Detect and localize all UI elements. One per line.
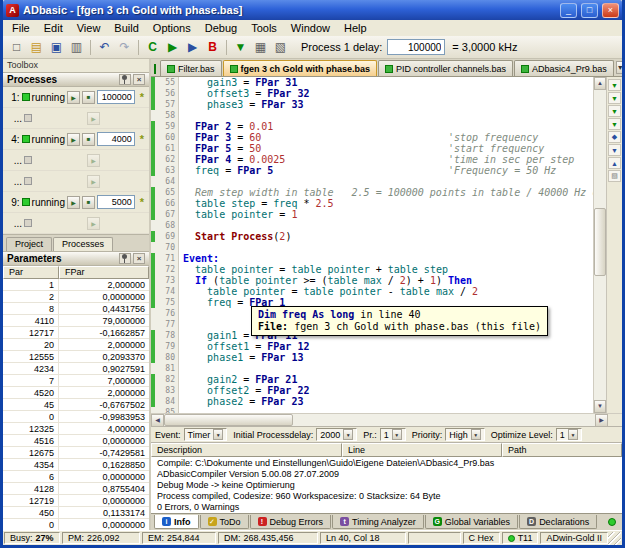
compile-icon[interactable]: C bbox=[143, 38, 162, 56]
menu-item-tools[interactable]: Tools bbox=[244, 21, 284, 35]
process-start-button[interactable]: ▶ bbox=[67, 91, 80, 104]
column-header-path[interactable]: Path bbox=[502, 443, 622, 457]
parameter-row[interactable]: 12717-0,1662857 bbox=[3, 327, 149, 339]
process-start-button[interactable]: ▶ bbox=[67, 196, 80, 209]
comment-block-icon[interactable]: ▧ bbox=[608, 170, 621, 182]
parameter-row[interactable]: 45202,000000 bbox=[3, 387, 149, 399]
menu-item-help[interactable]: Help bbox=[337, 21, 374, 35]
code-line[interactable]: 82 gain2 = FPar_21 bbox=[151, 374, 593, 385]
save-icon[interactable]: ▣ bbox=[47, 38, 66, 56]
document-tab[interactable]: ADbasic4_Pr9.bas bbox=[514, 60, 614, 76]
column-header-fpar[interactable]: FPar bbox=[59, 266, 149, 279]
open-folder-icon[interactable]: ▤ bbox=[27, 38, 46, 56]
maximize-button[interactable]: □ bbox=[581, 3, 598, 18]
vertical-scrollbar[interactable]: ▲ ▼ bbox=[593, 77, 606, 413]
code-lines[interactable]: 55 gain3 = FPar_3156 offset3 = FPar_3257… bbox=[151, 77, 593, 413]
horizontal-scroll-track[interactable] bbox=[164, 414, 595, 426]
section-event-icon[interactable]: ▼ bbox=[608, 105, 621, 117]
process-delay-input[interactable] bbox=[387, 39, 445, 55]
code-line[interactable]: 69 Start_Process(2) bbox=[151, 231, 593, 242]
process-event-icon[interactable]: * bbox=[137, 91, 147, 103]
tab-project[interactable]: Project bbox=[6, 237, 52, 251]
output-tab-info[interactable]: iInfo bbox=[154, 515, 199, 529]
code-line[interactable]: 66 table_step = freq * 2.5 bbox=[151, 198, 593, 209]
output-tab-global-variables[interactable]: GGlobal Variables bbox=[425, 515, 518, 529]
document-tab[interactable]: PID controller channels.bas bbox=[378, 60, 513, 76]
parameter-row[interactable]: 127190,0000000 bbox=[3, 495, 149, 507]
menu-item-options[interactable]: Options bbox=[146, 21, 198, 35]
dropdown-arrow-icon[interactable]: ▼ bbox=[471, 429, 481, 440]
process-status-field-value[interactable]: 1▼ bbox=[556, 428, 582, 441]
code-line[interactable]: 60 FPar_3 = 60 'stop frequency bbox=[151, 132, 593, 143]
code-line[interactable]: 70 bbox=[151, 242, 593, 253]
dropdown-arrow-icon[interactable]: ▼ bbox=[343, 429, 353, 440]
scroll-up-icon[interactable]: ▲ bbox=[594, 77, 606, 90]
code-line[interactable]: 74 table_pointer = table_pointer - table… bbox=[151, 286, 593, 297]
parameter-row[interactable]: 20,0000000 bbox=[3, 291, 149, 303]
process-event-icon[interactable]: * bbox=[137, 196, 147, 208]
vertical-scroll-thumb[interactable] bbox=[594, 208, 606, 276]
pin-icon[interactable] bbox=[119, 74, 131, 85]
code-line[interactable]: 68 bbox=[151, 220, 593, 231]
compile-start-icon[interactable]: ▶ bbox=[163, 38, 182, 56]
document-list-icon[interactable] bbox=[154, 64, 156, 74]
parameter-row[interactable]: 123254,000000 bbox=[3, 423, 149, 435]
code-line[interactable]: 62 FPar_4 = 0.0025 'time in sec per step bbox=[151, 154, 593, 165]
menu-item-edit[interactable]: Edit bbox=[37, 21, 70, 35]
menu-item-file[interactable]: File bbox=[5, 21, 37, 35]
process-stop-button[interactable]: ■ bbox=[82, 133, 95, 146]
column-header-description[interactable]: Description bbox=[151, 443, 342, 457]
code-line[interactable]: 79 offset1 = FPar_12 bbox=[151, 341, 593, 352]
horizontal-scrollbar[interactable]: ◀ ▶ bbox=[151, 413, 622, 426]
document-tab[interactable]: Filter.bas bbox=[160, 60, 222, 76]
parameter-row[interactable]: 125550,2093370 bbox=[3, 351, 149, 363]
menu-item-build[interactable]: Build bbox=[107, 21, 145, 35]
code-line[interactable]: 85 bbox=[151, 407, 593, 413]
section-init-icon[interactable]: ▼ bbox=[608, 92, 621, 104]
parameter-row[interactable]: 80,4431756 bbox=[3, 303, 149, 315]
bookmark-prev-icon[interactable]: ▲ bbox=[608, 157, 621, 169]
code-line[interactable]: 71Event: bbox=[151, 253, 593, 264]
column-header-line[interactable]: Line bbox=[342, 443, 502, 457]
section-finish-icon[interactable]: ▼ bbox=[608, 118, 621, 130]
parameter-row[interactable]: 45160,0000000 bbox=[3, 435, 149, 447]
output-tab-todo[interactable]: ✓ToDo bbox=[200, 515, 249, 529]
parameter-row[interactable]: 12675-0,7429581 bbox=[3, 447, 149, 459]
output-tab-timing-analyzer[interactable]: tTiming Analyzer bbox=[332, 515, 424, 529]
parameter-row[interactable]: 12,000000 bbox=[3, 279, 149, 291]
code-line[interactable]: 64 bbox=[151, 176, 593, 187]
code-line[interactable]: 84 phase2 = FPar_23 bbox=[151, 396, 593, 407]
process-status-field-value[interactable]: Timer▼ bbox=[184, 428, 228, 441]
process-delay-value[interactable]: 100000 bbox=[97, 90, 135, 104]
process-delay-value[interactable]: 4000 bbox=[97, 132, 135, 146]
vertical-scroll-track[interactable] bbox=[594, 90, 606, 400]
close-button[interactable]: × bbox=[602, 3, 619, 18]
process-stop-button[interactable]: ■ bbox=[82, 91, 95, 104]
parameter-row[interactable]: 202,000000 bbox=[3, 339, 149, 351]
parameter-row[interactable]: 00,0000000 bbox=[3, 519, 149, 530]
parameter-row[interactable]: 4500,1133174 bbox=[3, 507, 149, 519]
load-process-icon[interactable]: ▼ bbox=[231, 38, 250, 56]
new-file-icon[interactable]: □ bbox=[7, 38, 26, 56]
pin-icon[interactable] bbox=[119, 253, 131, 264]
code-line[interactable]: 59 FPar_2 = 0.01 bbox=[151, 121, 593, 132]
process-start-button[interactable]: ▶ bbox=[87, 217, 100, 230]
parameter-window-icon[interactable]: ▧ bbox=[271, 38, 290, 56]
section-dim-icon[interactable]: ▼ bbox=[608, 79, 621, 91]
horizontal-scroll-thumb[interactable] bbox=[164, 414, 293, 426]
output-tab-declarations[interactable]: DDeclarations bbox=[519, 515, 597, 529]
code-line[interactable]: 83 offset2 = FPar_22 bbox=[151, 385, 593, 396]
tab-list-button[interactable]: ▼ bbox=[616, 61, 625, 74]
code-line[interactable]: 61 FPar_5 = 50 'start frequency bbox=[151, 143, 593, 154]
process-start-button[interactable]: ▶ bbox=[87, 175, 100, 188]
code-line[interactable]: 81 bbox=[151, 363, 593, 374]
minimize-button[interactable]: _ bbox=[560, 3, 577, 18]
code-line[interactable]: 65 Rem step width in table 2.5 = 100000 … bbox=[151, 187, 593, 198]
close-panel-icon[interactable]: × bbox=[133, 253, 145, 264]
code-line[interactable]: 72 table_pointer = table_pointer + table… bbox=[151, 264, 593, 275]
process-status-field-value[interactable]: 2000▼ bbox=[316, 428, 357, 441]
bookmark-next-icon[interactable]: ▼ bbox=[608, 144, 621, 156]
document-tab[interactable]: fgen 3 ch Gold with phase.bas bbox=[223, 60, 378, 76]
start-process-icon[interactable]: ▶ bbox=[183, 38, 202, 56]
code-line[interactable]: 57 phase3 = FPar_33 bbox=[151, 99, 593, 110]
